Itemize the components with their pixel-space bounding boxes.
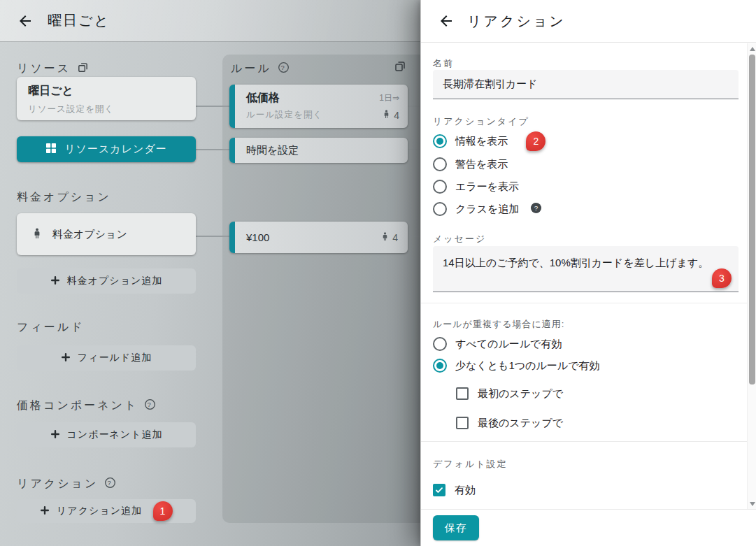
resource-calendar-button[interactable]: リソースカレンダー <box>17 136 196 162</box>
radio-button-icon[interactable] <box>433 180 447 194</box>
svg-text:?: ? <box>534 204 539 212</box>
guest-count-value: 4 <box>392 232 398 243</box>
radio-label: エラーを表示 <box>455 180 519 194</box>
rule-card-title: 低価格 <box>246 91 280 106</box>
radio-label: 少なくとも1つのルールで有効 <box>455 359 600 373</box>
checkbox-first-step[interactable]: 最初のステップで <box>456 382 563 405</box>
drawer-header: リアクション <box>421 0 756 43</box>
checkbox-label: 最初のステップで <box>478 387 563 401</box>
name-input[interactable] <box>433 70 739 99</box>
checkbox-label: 最後のステップで <box>478 417 563 430</box>
add-field-button[interactable]: フィールド追加 <box>17 345 196 371</box>
guest-count-value: 4 <box>394 110 399 121</box>
checkbox-icon[interactable] <box>433 484 445 496</box>
grid-icon <box>45 143 57 156</box>
divider <box>421 441 756 442</box>
reaction-type-label: リアクションタイプ <box>433 115 529 128</box>
component-section-label: 価格コンポーネント <box>17 398 138 413</box>
rule-section-header: ルール ? <box>231 62 290 76</box>
add-price-option-label: 料金オプション追加 <box>67 275 163 287</box>
checkbox-icon[interactable] <box>456 417 469 429</box>
plus-icon <box>50 429 60 441</box>
drawer-title: リアクション <box>467 12 566 31</box>
rule-card-low-price[interactable]: 低価格 1日⇒ ルール設定を開く 4 <box>229 85 408 128</box>
guest-count: 4 <box>382 109 399 121</box>
price-option-section-label: 料金オプション <box>17 190 111 205</box>
plus-icon <box>50 275 60 287</box>
add-reaction-button[interactable]: リアクション追加 1 <box>17 499 196 523</box>
divider <box>421 303 756 303</box>
page-title: 曜日ごと <box>48 11 110 30</box>
radio-button-icon[interactable] <box>433 359 447 373</box>
field-section-label: フィールド <box>17 320 85 335</box>
svg-text:?: ? <box>108 479 113 487</box>
resource-card[interactable]: 曜日ごと リソース設定を開く <box>17 77 196 120</box>
rule-card-title: 時間を設定 <box>246 144 299 157</box>
step-badge-3: 3 <box>712 268 732 288</box>
person-icon <box>31 227 43 241</box>
person-icon <box>380 231 390 243</box>
scrollbar-up-arrow[interactable] <box>749 45 755 52</box>
message-label: メッセージ <box>433 233 486 245</box>
radio-label: クラスを追加 <box>455 203 519 216</box>
svg-text:?: ? <box>148 401 153 408</box>
rule-card-price[interactable]: ¥100 4 <box>229 222 408 253</box>
message-textarea[interactable]: 14日以上のご予約で、10%割引カードを差し上げます。 3 <box>433 246 739 292</box>
help-filled-icon[interactable]: ? <box>530 202 542 216</box>
message-value: 14日以上のご予約で、10%割引カードを差し上げます。 <box>443 257 708 268</box>
rule-card-title: ¥100 <box>246 231 269 243</box>
radio-at-least-one-rule[interactable]: 少なくとも1つのルールで有効 <box>433 354 600 377</box>
component-section-header: 価格コンポーネント ? <box>17 398 156 413</box>
back-arrow-icon[interactable] <box>17 13 34 29</box>
help-icon[interactable]: ? <box>278 62 290 76</box>
price-option-section-header: 料金オプション <box>17 190 111 205</box>
connector-line <box>196 149 229 150</box>
drawer-footer: 保存 <box>421 509 756 546</box>
radio-all-rules[interactable]: すべてのルールで有効 <box>433 333 562 355</box>
radio-button-icon[interactable] <box>433 337 447 351</box>
radio-label: 情報を表示 <box>455 135 508 148</box>
help-icon[interactable]: ? <box>144 398 156 413</box>
radio-label: 警告を表示 <box>455 158 508 171</box>
default-settings-label: デフォルト設定 <box>433 458 508 470</box>
reaction-section-label: リアクション <box>17 477 98 491</box>
checkbox-label: 有効 <box>455 484 476 497</box>
rule-card-subtitle: ルール設定を開く <box>246 109 322 121</box>
scrollbar-down-arrow[interactable] <box>749 500 755 507</box>
copy-icon[interactable] <box>77 62 89 76</box>
checkbox-enabled[interactable]: 有効 <box>433 479 476 501</box>
back-arrow-icon[interactable] <box>438 13 455 29</box>
price-option-card[interactable]: 料金オプション <box>17 213 196 255</box>
radio-show-info[interactable]: 情報を表示 2 <box>433 130 545 152</box>
connector-line <box>196 236 229 237</box>
resource-card-subtitle: リソース設定を開く <box>28 103 185 115</box>
rule-card-set-time[interactable]: 時間を設定 <box>229 138 408 163</box>
radio-button-icon[interactable] <box>433 202 447 216</box>
guest-count: 4 <box>380 231 398 243</box>
checkbox-icon[interactable] <box>456 387 469 400</box>
scrollbar-thumb[interactable] <box>749 55 755 385</box>
radio-button-icon[interactable] <box>433 134 447 148</box>
add-component-button[interactable]: コンポーネント追加 <box>17 422 196 447</box>
price-option-card-label: 料金オプション <box>52 228 127 241</box>
drawer-scrollbar[interactable] <box>747 43 756 509</box>
resource-card-title: 曜日ごと <box>28 84 185 99</box>
overlap-label: ルールが重複する場合に適用: <box>433 318 564 331</box>
add-component-label: コンポーネント追加 <box>67 429 163 441</box>
step-badge-1: 1 <box>153 501 173 521</box>
radio-add-class[interactable]: クラスを追加 ? <box>433 198 542 220</box>
add-price-option-button[interactable]: 料金オプション追加 <box>17 268 196 294</box>
rule-duration: 1日⇒ <box>379 92 399 104</box>
radio-show-error[interactable]: エラーを表示 <box>433 175 519 198</box>
person-icon <box>382 109 391 121</box>
background-page: 曜日ごと リソース 曜日ごと リソース設定を開く リソースカレンダー ルール ? <box>0 0 420 546</box>
radio-button-icon[interactable] <box>433 157 447 171</box>
checkbox-last-step[interactable]: 最後のステップで <box>456 412 563 434</box>
plus-icon <box>40 505 50 517</box>
save-button[interactable]: 保存 <box>433 515 479 540</box>
radio-show-warning[interactable]: 警告を表示 <box>433 153 508 175</box>
rule-section-label: ルール <box>231 62 271 76</box>
resource-calendar-label: リソースカレンダー <box>64 143 166 156</box>
help-icon[interactable]: ? <box>104 477 116 491</box>
copy-icon[interactable] <box>394 60 406 76</box>
